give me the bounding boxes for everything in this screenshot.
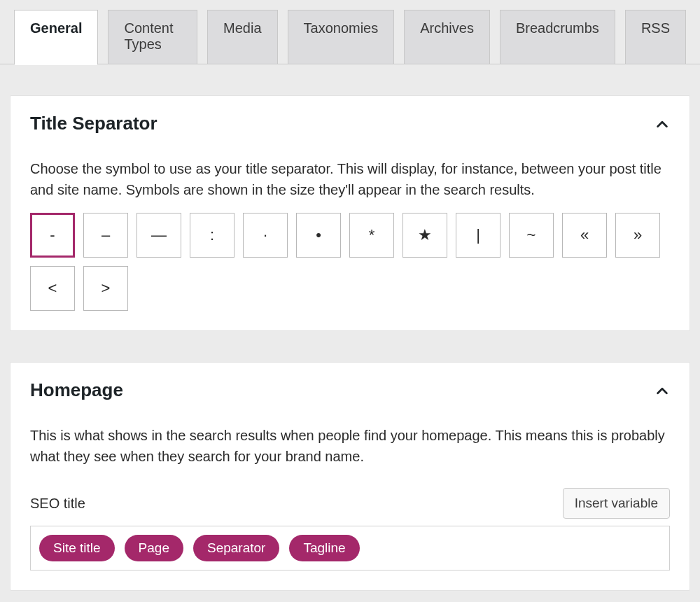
- seo-title-row: SEO title Insert variable: [30, 488, 670, 519]
- separator-options: - – — : · • * ★ | ~ « » < >: [30, 213, 670, 311]
- variable-pill-site-title[interactable]: Site title: [39, 535, 115, 561]
- tab-archives[interactable]: Archives: [404, 10, 490, 64]
- variable-pill-tagline[interactable]: Tagline: [289, 535, 359, 561]
- panel-header-title-separator[interactable]: Title Separator: [30, 113, 670, 134]
- tab-content-types[interactable]: Content Types: [108, 10, 197, 64]
- separator-option-11[interactable]: »: [615, 213, 660, 258]
- tab-rss[interactable]: RSS: [625, 10, 686, 64]
- separator-option-1[interactable]: –: [83, 213, 128, 258]
- separator-option-8[interactable]: |: [456, 213, 500, 258]
- panel-title-separator: Title Separator Choose the symbol to use…: [10, 95, 690, 331]
- separator-option-7[interactable]: ★: [402, 213, 447, 258]
- panel-description: Choose the symbol to use as your title s…: [30, 158, 670, 200]
- separator-option-5[interactable]: •: [296, 213, 341, 258]
- insert-variable-button[interactable]: Insert variable: [563, 488, 670, 519]
- variable-pill-page[interactable]: Page: [125, 535, 183, 561]
- panel-title: Homepage: [30, 379, 123, 401]
- separator-option-10[interactable]: «: [562, 213, 607, 258]
- separator-option-2[interactable]: —: [136, 213, 181, 258]
- separator-option-13[interactable]: >: [83, 266, 128, 311]
- separator-option-12[interactable]: <: [30, 266, 75, 311]
- tab-taxonomies[interactable]: Taxonomies: [288, 10, 395, 64]
- settings-tabs: General Content Types Media Taxonomies A…: [0, 0, 700, 64]
- seo-title-label: SEO title: [30, 496, 85, 512]
- separator-option-4[interactable]: ·: [243, 213, 288, 258]
- separator-option-3[interactable]: :: [190, 213, 234, 258]
- panel-title: Title Separator: [30, 113, 158, 134]
- chevron-up-icon: [654, 383, 670, 398]
- variable-pill-separator[interactable]: Separator: [193, 535, 279, 561]
- content-wrap: Title Separator Choose the symbol to use…: [0, 95, 700, 591]
- separator-option-9[interactable]: ~: [509, 213, 554, 258]
- separator-option-0[interactable]: -: [30, 213, 75, 258]
- panel-homepage: Homepage This is what shows in the searc…: [10, 362, 690, 591]
- tab-general[interactable]: General: [14, 10, 98, 65]
- separator-option-6[interactable]: *: [349, 213, 394, 258]
- panel-header-homepage[interactable]: Homepage: [30, 379, 670, 401]
- panel-description: This is what shows in the search results…: [30, 425, 670, 467]
- tab-breadcrumbs[interactable]: Breadcrumbs: [500, 10, 615, 64]
- tab-media[interactable]: Media: [207, 10, 277, 64]
- chevron-up-icon: [654, 116, 670, 132]
- seo-title-input[interactable]: Site title Page Separator Tagline: [30, 526, 670, 570]
